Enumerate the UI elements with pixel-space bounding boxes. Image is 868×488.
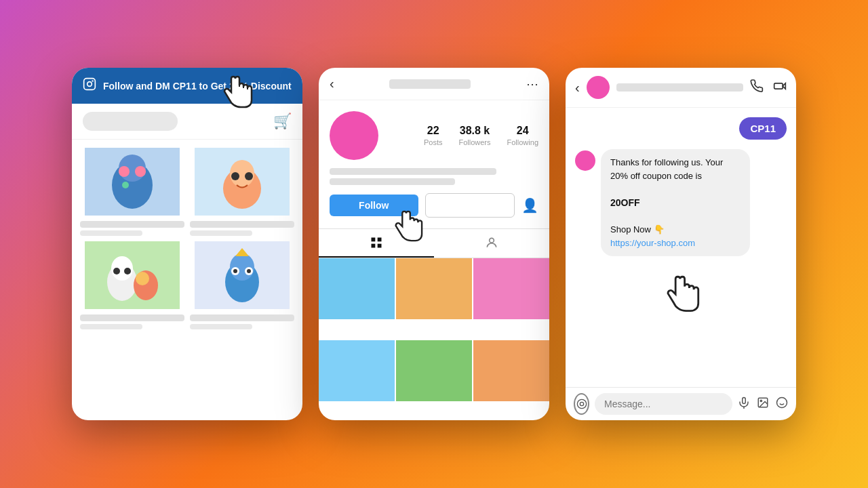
svg-point-40 xyxy=(760,400,762,401)
profile-header: ‹ ⋯ xyxy=(319,68,549,100)
svg-point-2 xyxy=(92,81,93,81)
product-name xyxy=(80,221,184,228)
product-image xyxy=(190,241,294,309)
svg-rect-30 xyxy=(378,238,382,242)
bio-line-2 xyxy=(330,178,455,185)
svg-point-36 xyxy=(580,402,583,405)
stat-followers: 38.8 k Followers xyxy=(458,125,490,146)
phone-instagram-feed: Follow and DM CP11 to Get 20% Discount 🛒 xyxy=(72,68,302,420)
product-price xyxy=(190,324,252,329)
emoji-icon[interactable] xyxy=(776,396,788,412)
photo-cell-3 xyxy=(473,258,549,319)
followers-count: 38.8 k xyxy=(460,125,490,137)
svg-point-1 xyxy=(87,82,92,87)
svg-point-20 xyxy=(136,272,149,285)
received-text-1: Thanks for following us. Your 20% off co… xyxy=(610,157,723,181)
message-input[interactable] xyxy=(595,393,732,415)
profile-section: 22 Posts 38.8 k Followers 24 Following F… xyxy=(319,100,549,228)
username-placeholder xyxy=(389,79,471,89)
product-price xyxy=(80,324,142,329)
chat-avatar xyxy=(587,76,610,99)
svg-rect-29 xyxy=(372,238,376,242)
svg-point-18 xyxy=(124,268,131,274)
svg-point-8 xyxy=(122,182,129,188)
received-message: Thanks for following us. Your 20% off co… xyxy=(601,149,750,256)
svg-rect-37 xyxy=(743,397,746,403)
avatar xyxy=(330,111,378,160)
call-icon[interactable] xyxy=(750,79,764,96)
product-price xyxy=(190,230,252,236)
product-image xyxy=(80,241,184,309)
camera-icon xyxy=(576,399,587,409)
phone-instagram-profile: ‹ ⋯ 22 Posts 38.8 k Followers 24 Followi… xyxy=(319,68,549,420)
product-grid xyxy=(72,140,302,338)
photo-cell-2 xyxy=(396,258,472,319)
cursor-hand-phone1 xyxy=(219,72,253,119)
top-bar-title: Follow and DM CP11 to Get 20% Discount xyxy=(103,81,292,92)
followers-label: Followers xyxy=(458,138,490,146)
back-button[interactable]: ‹ xyxy=(575,80,580,96)
svg-point-13 xyxy=(245,172,253,180)
svg-point-27 xyxy=(233,269,237,273)
svg-point-16 xyxy=(111,256,133,281)
product-name xyxy=(190,221,294,228)
stat-following: 24 Following xyxy=(507,125,538,146)
bio xyxy=(330,168,538,185)
cursor-hand-phone2 xyxy=(391,207,423,252)
header-actions xyxy=(750,79,787,96)
svg-rect-0 xyxy=(84,79,96,90)
posts-count: 22 xyxy=(427,125,439,137)
svg-point-23 xyxy=(230,253,254,281)
product-name xyxy=(80,314,184,321)
svg-point-7 xyxy=(135,166,146,177)
photo-cell-5 xyxy=(396,340,472,401)
top-bar: Follow and DM CP11 to Get 20% Discount xyxy=(72,68,302,104)
following-count: 24 xyxy=(517,125,529,137)
follow-row: Follow 👤 xyxy=(330,193,538,218)
more-options-icon[interactable]: ⋯ xyxy=(526,77,538,92)
person-icon xyxy=(485,236,498,249)
message-input-bar xyxy=(566,387,796,420)
profile-tabs xyxy=(319,228,549,258)
svg-rect-31 xyxy=(372,244,376,248)
posts-label: Posts xyxy=(424,138,443,146)
product-price xyxy=(80,230,142,236)
svg-point-33 xyxy=(490,238,494,243)
grid-icon xyxy=(370,236,383,249)
svg-point-6 xyxy=(119,166,130,177)
video-icon[interactable] xyxy=(773,79,787,96)
add-person-icon[interactable]: 👤 xyxy=(521,197,538,214)
product-card xyxy=(190,148,294,236)
stat-posts: 22 Posts xyxy=(424,125,443,146)
back-button[interactable]: ‹ xyxy=(330,76,334,92)
messages-list: CP11 Thanks for following us. Your 20% o… xyxy=(566,108,796,387)
shop-label: Shop Now 👇 xyxy=(610,224,665,235)
cart-icon[interactable]: 🛒 xyxy=(273,113,292,129)
product-image xyxy=(190,148,294,216)
svg-point-28 xyxy=(247,269,251,273)
stats-row: 22 Posts 38.8 k Followers 24 Following xyxy=(424,125,538,146)
svg-point-41 xyxy=(777,397,787,407)
tab-tagged[interactable] xyxy=(434,229,549,258)
nav-bar: 🛒 xyxy=(72,104,302,140)
message-bar[interactable] xyxy=(425,193,515,218)
camera-button[interactable] xyxy=(574,393,589,415)
feed-body xyxy=(72,140,302,420)
svg-rect-32 xyxy=(378,244,382,248)
product-card xyxy=(190,241,294,329)
svg-point-17 xyxy=(113,268,120,274)
instagram-icon xyxy=(83,77,96,94)
product-image xyxy=(80,148,184,216)
image-icon[interactable] xyxy=(757,396,769,412)
product-name xyxy=(190,314,294,321)
svg-point-12 xyxy=(231,172,239,180)
photo-grid xyxy=(319,258,549,420)
chat-username xyxy=(616,83,743,92)
input-actions xyxy=(738,396,788,412)
shop-link[interactable]: https://your-shop.com xyxy=(610,238,695,248)
photo-cell-1 xyxy=(319,258,395,319)
cursor-hand-phone3 xyxy=(575,271,787,317)
microphone-icon[interactable] xyxy=(738,396,750,412)
search-bar xyxy=(83,112,178,131)
phone-dm-chat: ‹ CP11 Thanks for following us. Your 20%… xyxy=(566,68,796,420)
